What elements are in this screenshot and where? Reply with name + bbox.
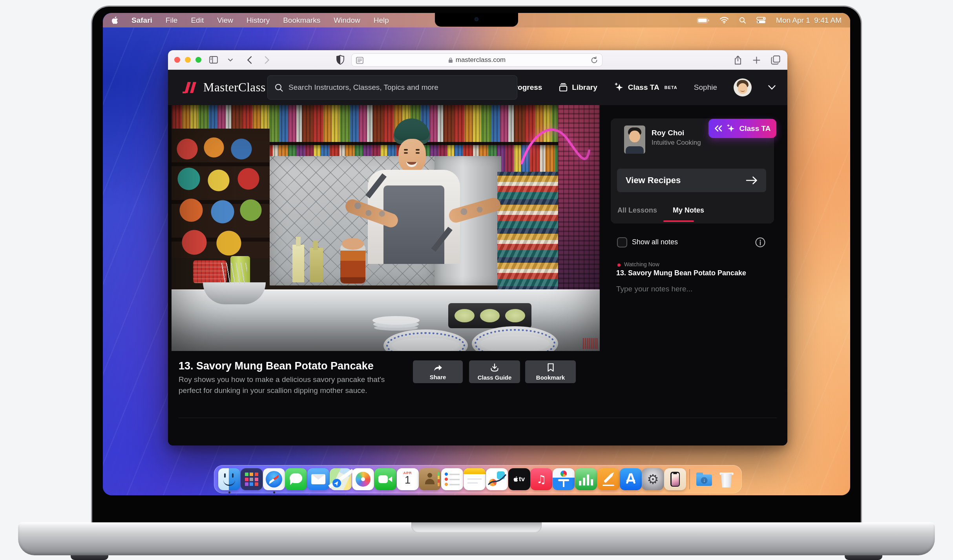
view-recipes-button[interactable]: View Recipes xyxy=(617,169,766,192)
dock-pages-icon[interactable] xyxy=(597,468,619,490)
apple-marketing-scene: Safari File Edit View History Bookmarks … xyxy=(0,0,953,560)
download-icon xyxy=(490,363,499,372)
spotlight-icon[interactable] xyxy=(739,17,746,24)
reader-icon[interactable] xyxy=(356,57,363,64)
watching-now-label: Watching Now xyxy=(624,261,659,267)
info-icon[interactable] xyxy=(755,237,765,247)
menu-item-bookmarks[interactable]: Bookmarks xyxy=(283,16,320,25)
notes-input[interactable]: Type your notes here... xyxy=(616,285,692,293)
menu-item-file[interactable]: File xyxy=(166,16,178,25)
arrow-right-icon xyxy=(746,176,758,185)
video-player[interactable] xyxy=(172,105,600,351)
battery-icon[interactable] xyxy=(697,18,709,23)
dock-safari-icon[interactable] xyxy=(263,468,285,490)
class-ta-button[interactable]: Class TA xyxy=(708,119,776,138)
thumb-face xyxy=(629,131,640,142)
dock-facetime-icon[interactable] xyxy=(374,468,396,490)
bookmark-button[interactable]: Bookmark xyxy=(525,360,576,383)
show-all-notes-checkbox[interactable] xyxy=(617,237,627,247)
reload-icon[interactable] xyxy=(591,56,598,64)
menu-item-window[interactable]: Window xyxy=(334,16,360,25)
macbook-lid-notch xyxy=(411,522,542,533)
macbook-screen: Safari File Edit View History Bookmarks … xyxy=(103,13,850,495)
masterclass-logo-mark xyxy=(181,80,198,95)
dock-contacts-icon[interactable] xyxy=(419,468,441,490)
apple-menu-icon[interactable] xyxy=(111,16,118,24)
brand-title: MasterClass xyxy=(203,80,266,95)
dock-tv-icon[interactable]: tv xyxy=(508,468,530,490)
close-window-button[interactable] xyxy=(174,57,180,63)
wifi-icon[interactable] xyxy=(719,17,729,24)
instructor-name: Roy Choi xyxy=(652,129,684,137)
menu-item-edit[interactable]: Edit xyxy=(191,16,204,25)
class-guide-button[interactable]: Class Guide xyxy=(469,360,520,383)
address-bar[interactable]: masterclass.com xyxy=(351,53,602,67)
nav-class-ta[interactable]: Class TABETA xyxy=(614,82,677,93)
privacy-shield-icon[interactable] xyxy=(336,55,345,65)
user-name: Sophie xyxy=(694,83,717,92)
dock-downloads-icon[interactable] xyxy=(693,468,715,490)
avatar-face xyxy=(738,83,747,94)
lesson-title: 13. Savory Mung Bean Potato Pancake xyxy=(179,360,374,372)
sidebar-toggle-icon[interactable] xyxy=(209,56,219,64)
zoom-window-button[interactable] xyxy=(195,57,201,63)
masterclass-page: MasterClass Search Instructors, Classes,… xyxy=(168,70,787,445)
address-url: masterclass.com xyxy=(456,56,506,64)
search-placeholder: Search Instructors, Classes, Topics and … xyxy=(288,83,438,92)
dock-appstore-icon[interactable] xyxy=(620,468,642,490)
collapse-chevrons-icon xyxy=(714,125,722,132)
thumb-body xyxy=(626,146,644,154)
dock-settings-icon[interactable]: ⚙ xyxy=(642,468,664,490)
avatar[interactable] xyxy=(734,78,752,96)
active-tab-underline xyxy=(663,220,694,222)
dock-calendar-icon[interactable]: APR1 xyxy=(397,468,419,490)
display-notch xyxy=(435,13,518,27)
forward-button[interactable] xyxy=(265,56,270,64)
nav-library[interactable]: Class TA Library xyxy=(559,83,597,92)
menu-item-view[interactable]: View xyxy=(217,16,233,25)
dock-photos-icon[interactable] xyxy=(352,468,374,490)
share-button[interactable]: Share xyxy=(413,360,463,383)
lesson-description: Roy shows you how to make a delicious sa… xyxy=(179,374,408,396)
sparkle-icon xyxy=(726,124,736,133)
masterclass-logo[interactable]: MasterClass xyxy=(181,80,266,95)
search-icon xyxy=(275,84,283,92)
dock-finder-icon[interactable] xyxy=(218,468,240,490)
dock-launchpad-icon[interactable] xyxy=(241,468,263,490)
search-input[interactable]: Search Instructors, Classes, Topics and … xyxy=(267,75,517,100)
current-lesson-title: 13. Savory Mung Bean Potato Pancake xyxy=(616,269,746,277)
dock-trash-icon[interactable] xyxy=(716,468,738,490)
dock-mail-icon[interactable] xyxy=(307,468,329,490)
menu-item-help[interactable]: Help xyxy=(374,16,389,25)
control-center-icon[interactable] xyxy=(756,17,766,24)
dock-music-icon[interactable]: ♫ xyxy=(530,468,552,490)
library-icon xyxy=(559,83,568,92)
dock-keynote-icon[interactable] xyxy=(553,468,575,490)
show-all-notes-label: Show all notes xyxy=(632,238,678,246)
dock-separator xyxy=(689,469,690,489)
share-icon xyxy=(433,364,443,372)
share-page-icon[interactable] xyxy=(734,55,742,65)
dock: APR1 tv ♫ ⚙ xyxy=(214,465,742,493)
tab-my-notes[interactable]: My Notes xyxy=(673,206,704,215)
dock-iphone-mirroring-icon[interactable] xyxy=(664,468,686,490)
tab-all-lessons[interactable]: All Lessons xyxy=(617,206,657,215)
dock-freeform-icon[interactable] xyxy=(486,468,508,490)
tab-overview-icon[interactable] xyxy=(771,55,780,65)
instructor-thumbnail[interactable] xyxy=(624,125,645,154)
course-name: Intuitive Cooking xyxy=(652,139,701,147)
menu-bar-clock[interactable]: Mon Apr 1 9:41 AM xyxy=(776,16,842,25)
dock-maps-icon[interactable] xyxy=(330,468,352,490)
menu-item-safari[interactable]: Safari xyxy=(131,16,152,25)
chevron-down-icon[interactable] xyxy=(768,85,776,90)
menu-item-history[interactable]: History xyxy=(246,16,270,25)
dock-numbers-icon[interactable] xyxy=(575,468,597,490)
back-button[interactable] xyxy=(247,56,252,64)
dock-notes-icon[interactable] xyxy=(464,468,486,490)
dock-reminders-icon[interactable] xyxy=(441,468,463,490)
minimize-window-button[interactable] xyxy=(185,57,191,63)
tab-group-chevron-icon[interactable] xyxy=(228,58,233,62)
dock-messages-icon[interactable] xyxy=(285,468,307,490)
safari-window: masterclass.com xyxy=(168,50,787,445)
new-tab-icon[interactable] xyxy=(753,56,760,64)
